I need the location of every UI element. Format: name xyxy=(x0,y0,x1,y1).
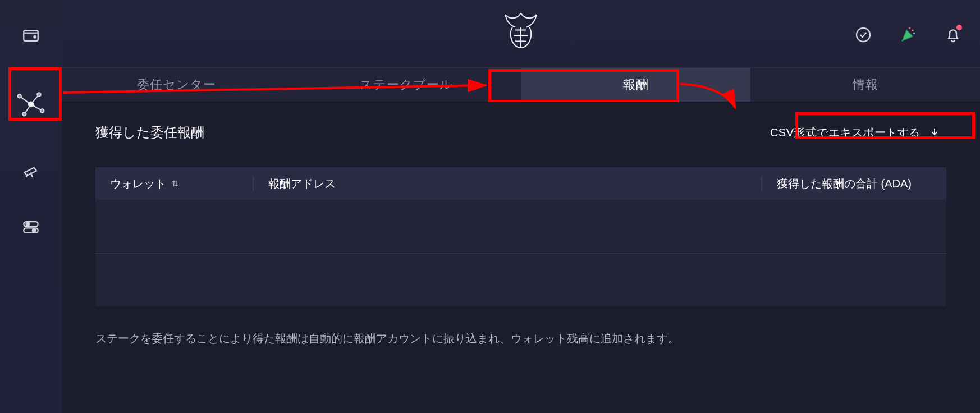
sidebar-item-wallet[interactable] xyxy=(19,24,43,47)
tab-info[interactable]: 情報 xyxy=(750,68,980,102)
col-reward-address[interactable]: 報酬アドレス xyxy=(253,176,761,191)
daedalus-bull-logo-icon xyxy=(498,9,543,59)
svg-point-14 xyxy=(33,229,36,232)
export-csv-label: CSV形式でエキスポートする xyxy=(770,125,921,140)
page-title: 獲得した委任報酬 xyxy=(95,123,204,141)
svg-point-12 xyxy=(26,223,30,226)
rewards-confetti-button[interactable] xyxy=(897,24,919,46)
rewards-table: ウォレット ⇅ 報酬アドレス 獲得した報酬の合計 (ADA) xyxy=(95,167,946,306)
notifications-button[interactable] xyxy=(942,24,964,46)
tab-delegation-center[interactable]: 委任センター xyxy=(62,68,291,102)
col-wallet-label: ウォレット xyxy=(110,176,166,191)
footnote: ステークを委任することにより得た報酬は自動的に報酬アカウントに振り込まれ、ウォレ… xyxy=(95,331,946,346)
network-staking-icon xyxy=(15,86,47,119)
svg-point-7 xyxy=(37,93,40,96)
table-header: ウォレット ⇅ 報酬アドレス 獲得した報酬の合計 (ADA) xyxy=(95,167,946,200)
sidebar-item-settings[interactable] xyxy=(19,215,43,239)
tab-stake-pools[interactable]: ステークプール xyxy=(291,68,521,102)
svg-point-15 xyxy=(857,28,870,42)
col-total-rewards-label: 獲得した報酬の合計 (ADA) xyxy=(777,176,912,191)
telescope-icon xyxy=(21,160,40,180)
table-body xyxy=(95,200,946,306)
export-csv-button[interactable]: CSV形式でエキスポートする xyxy=(764,122,946,144)
app-logo xyxy=(498,9,543,62)
svg-point-17 xyxy=(913,33,915,34)
tab-rewards[interactable]: 報酬 xyxy=(521,68,750,102)
table-row xyxy=(95,200,946,254)
settings-toggles-icon xyxy=(21,218,40,237)
topbar xyxy=(62,0,980,67)
svg-point-16 xyxy=(912,29,913,31)
notification-dot xyxy=(956,25,962,30)
wallet-icon xyxy=(21,26,40,45)
heading-row: 獲得した委任報酬 CSV形式でエキスポートする xyxy=(95,117,946,148)
svg-point-6 xyxy=(18,94,21,98)
svg-point-1 xyxy=(34,36,35,38)
svg-point-9 xyxy=(22,112,26,116)
download-icon xyxy=(928,126,941,139)
sidebar-item-staking[interactable] xyxy=(9,81,53,125)
col-total-rewards[interactable]: 獲得した報酬の合計 (ADA) xyxy=(761,176,946,191)
svg-point-18 xyxy=(909,27,910,29)
sync-button[interactable] xyxy=(852,24,874,46)
top-actions xyxy=(852,24,964,46)
sidebar xyxy=(0,0,62,413)
svg-point-8 xyxy=(40,109,44,112)
svg-point-10 xyxy=(29,102,34,107)
main-content: 獲得した委任報酬 CSV形式でエキスポートする ウォレット ⇅ 報酬アドレス 獲… xyxy=(62,102,980,413)
staking-tabs: 委任センター ステークプール 報酬 情報 xyxy=(62,67,980,102)
confetti-icon xyxy=(899,26,917,44)
table-row xyxy=(95,254,946,307)
sidebar-item-explorer[interactable] xyxy=(19,158,43,182)
sort-indicator-icon: ⇅ xyxy=(172,179,178,188)
col-wallet[interactable]: ウォレット ⇅ xyxy=(95,176,253,191)
col-reward-address-label: 報酬アドレス xyxy=(268,176,336,191)
sync-icon xyxy=(854,26,872,44)
